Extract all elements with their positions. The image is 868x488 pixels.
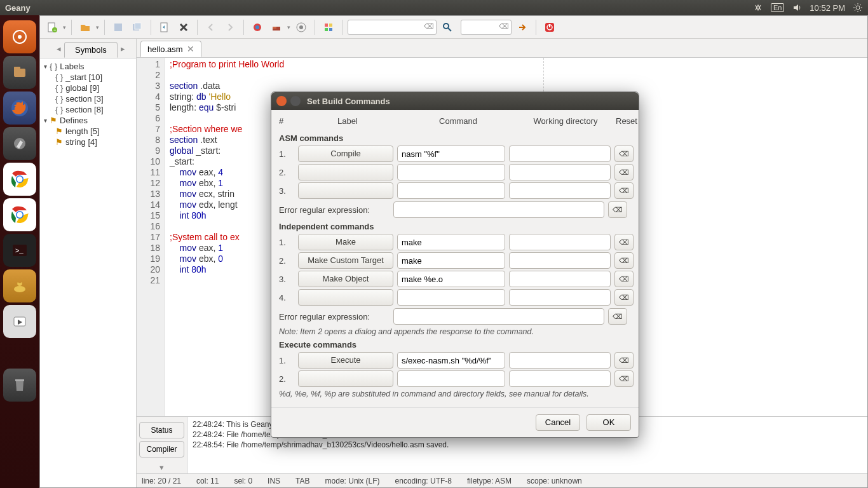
indep-row: 1.Make⌫ xyxy=(279,234,631,250)
indep-clear-button[interactable]: ⌫ xyxy=(614,252,634,269)
exec-command-input[interactable] xyxy=(397,370,505,387)
exec-clear-button[interactable]: ⌫ xyxy=(614,370,634,387)
editor-tab[interactable]: hello.asm ✕ xyxy=(140,41,201,57)
tree-item[interactable]: { }global [9] xyxy=(41,83,135,93)
exec-command-input[interactable] xyxy=(397,352,505,369)
goto-button[interactable] xyxy=(514,19,531,36)
message-line: 22:48:54: File /home/temp/shrimadhav_b13… xyxy=(193,440,862,450)
back-button[interactable] xyxy=(203,19,219,36)
exec-label-button[interactable]: Execute xyxy=(298,352,393,369)
search-input[interactable] xyxy=(348,20,437,35)
new-file-button[interactable]: + xyxy=(44,19,60,36)
tree-item[interactable]: { }_start [10] xyxy=(41,72,135,83)
exec-workdir-input[interactable] xyxy=(509,352,611,369)
clock[interactable]: 10:52 PM xyxy=(810,3,845,13)
indep-clear-button[interactable]: ⌫ xyxy=(614,234,634,250)
asm-clear-button[interactable]: ⌫ xyxy=(614,182,634,199)
indep-command-input[interactable] xyxy=(397,252,505,269)
tree-defines-group[interactable]: ▾⚑Defines xyxy=(41,115,135,126)
keyboard-indicator[interactable]: En xyxy=(771,3,784,12)
network-icon[interactable] xyxy=(753,3,763,13)
sound-icon[interactable] xyxy=(792,3,802,13)
indep-workdir-input[interactable] xyxy=(509,271,611,287)
tree-item[interactable]: { }section [3] xyxy=(41,93,135,104)
exec-label-button[interactable] xyxy=(298,370,393,387)
asm-row: 3.⌫ xyxy=(279,182,631,199)
asm-workdir-input[interactable] xyxy=(509,164,611,180)
symbols-tree[interactable]: ▾{ }Labels { }_start [10] { }global [9] … xyxy=(40,58,136,487)
tree-labels-group[interactable]: ▾{ }Labels xyxy=(41,61,135,72)
clear-search-icon[interactable]: ⌫ xyxy=(424,22,434,30)
settings-icon[interactable] xyxy=(3,127,36,160)
save-button[interactable] xyxy=(110,19,126,36)
tree-item[interactable]: { }section [8] xyxy=(41,104,135,115)
msg-tab-more-icon[interactable]: ▾ xyxy=(137,463,187,472)
close-button[interactable] xyxy=(175,19,192,36)
revert-button[interactable] xyxy=(156,19,173,36)
asm-workdir-input[interactable] xyxy=(509,182,611,199)
indep-workdir-input[interactable] xyxy=(509,289,611,306)
genie-icon[interactable] xyxy=(3,269,36,302)
sidebar-tab-symbols[interactable]: Symbols xyxy=(64,42,118,58)
chrome-icon[interactable] xyxy=(3,163,36,196)
indep-label-button[interactable]: Make Custom Target xyxy=(298,252,393,269)
tree-item[interactable]: ⚑string [4] xyxy=(41,137,135,147)
asm-error-clear-button[interactable]: ⌫ xyxy=(608,201,627,218)
row-number: 2. xyxy=(279,374,294,384)
trash-icon[interactable] xyxy=(3,369,36,402)
indep-command-input[interactable] xyxy=(397,234,505,250)
clear-goto-icon[interactable]: ⌫ xyxy=(499,22,509,30)
asm-label-button[interactable]: Compile xyxy=(298,146,393,162)
tree-item[interactable]: ⚑length [5] xyxy=(41,126,135,137)
open-file-button[interactable] xyxy=(77,19,93,36)
gear-icon[interactable] xyxy=(853,3,863,13)
chrome-icon-2[interactable] xyxy=(3,198,36,231)
indep-workdir-input[interactable] xyxy=(509,234,611,250)
sidebar-next-icon[interactable]: ▸ xyxy=(118,44,129,53)
save-all-button[interactable] xyxy=(129,19,146,36)
asm-clear-button[interactable]: ⌫ xyxy=(614,146,634,162)
forward-button[interactable] xyxy=(222,19,238,36)
tab-close-icon[interactable]: ✕ xyxy=(187,44,194,54)
cancel-button[interactable]: Cancel xyxy=(536,414,580,431)
execute-button[interactable] xyxy=(293,19,309,36)
quit-button[interactable] xyxy=(541,19,558,36)
asm-error-regex-input[interactable] xyxy=(393,201,604,218)
indep-command-input[interactable] xyxy=(397,289,505,306)
indep-workdir-input[interactable] xyxy=(509,252,611,269)
exec-clear-button[interactable]: ⌫ xyxy=(614,352,634,369)
asm-label-button[interactable] xyxy=(298,164,393,180)
indep-label-button[interactable] xyxy=(298,289,393,306)
sidebar-prev-icon[interactable]: ◂ xyxy=(53,44,64,53)
msg-tab-compiler[interactable]: Compiler xyxy=(139,441,184,458)
firefox-icon[interactable] xyxy=(3,92,36,125)
indep-error-regex-input[interactable] xyxy=(393,308,604,325)
asm-workdir-input[interactable] xyxy=(509,146,611,162)
dialog-minimize-icon[interactable] xyxy=(290,96,301,106)
indep-label-button[interactable]: Make Object xyxy=(298,271,393,287)
color-chooser-button[interactable] xyxy=(320,19,337,36)
exec-workdir-input[interactable] xyxy=(509,370,611,387)
asm-command-input[interactable] xyxy=(397,164,505,180)
ok-button[interactable]: OK xyxy=(587,414,631,431)
media-player-icon[interactable] xyxy=(3,305,36,338)
indep-clear-button[interactable]: ⌫ xyxy=(614,271,634,287)
terminal-icon[interactable]: >_ xyxy=(3,234,36,267)
dialog-close-icon[interactable] xyxy=(276,96,287,106)
files-icon[interactable] xyxy=(3,56,36,89)
dialog-titlebar[interactable]: Set Build Commands xyxy=(271,92,639,110)
build-button[interactable] xyxy=(268,19,285,36)
compile-button[interactable] xyxy=(249,19,266,36)
asm-label-button[interactable] xyxy=(298,182,393,199)
indep-error-clear-button[interactable]: ⌫ xyxy=(608,308,627,325)
indep-clear-button[interactable]: ⌫ xyxy=(614,289,634,306)
asm-command-input[interactable] xyxy=(397,146,505,162)
msg-tab-status[interactable]: Status xyxy=(139,422,184,438)
asm-command-input[interactable] xyxy=(397,182,505,199)
asm-clear-button[interactable]: ⌫ xyxy=(614,164,634,180)
indep-command-input[interactable] xyxy=(397,271,505,287)
dash-icon[interactable] xyxy=(3,20,36,53)
geany-toolbar: + ▾ ▾ ▾ ⌫ ⌫ xyxy=(40,16,867,39)
indep-label-button[interactable]: Make xyxy=(298,234,393,250)
find-button[interactable] xyxy=(439,19,456,36)
